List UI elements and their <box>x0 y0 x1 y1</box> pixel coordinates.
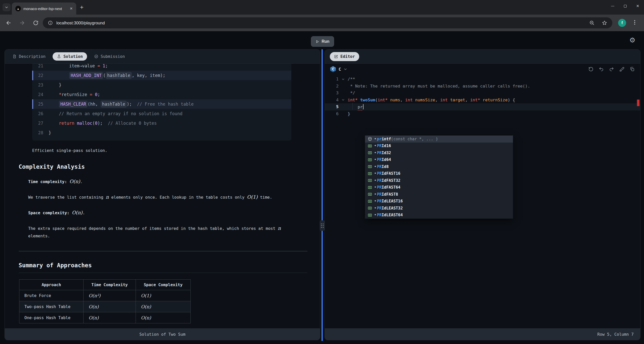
maximize-button[interactable] <box>619 0 631 12</box>
suggestion-item[interactable]: •printf(const char *, ... ) <box>365 136 513 143</box>
tab-label: Description <box>19 54 46 59</box>
code-line: 21 item→value = 1; <box>32 64 291 71</box>
zoom-icon[interactable] <box>589 20 595 26</box>
editor-line[interactable]: 5 pr <box>325 103 640 110</box>
run-button[interactable]: Run <box>311 36 334 47</box>
solution-footer: Solution of Two Sum <box>5 328 320 340</box>
suggestion-match: PR <box>377 171 382 176</box>
language-chevron-down-icon[interactable] <box>344 67 347 71</box>
constant-icon <box>368 206 372 210</box>
back-icon[interactable] <box>6 20 12 26</box>
code-line: 28} <box>32 128 291 138</box>
suggestion-match: PR <box>377 157 382 162</box>
tab-label: Submission <box>101 54 125 59</box>
constant-icon <box>368 150 372 155</box>
suggestion-item[interactable]: •PRIdFAST8 <box>365 191 513 198</box>
browser-menu-icon[interactable] <box>632 20 637 26</box>
reload-icon[interactable] <box>33 20 39 26</box>
tab-title: monaco-editor-lsp-next <box>23 7 67 11</box>
editor-line[interactable]: 3 */ <box>325 90 640 97</box>
suggestion-item[interactable]: •PRIdFAST64 <box>365 184 513 191</box>
copy-icon[interactable] <box>630 67 635 72</box>
suggestion-bullet: • <box>374 164 376 169</box>
suggestion-bullet: • <box>374 206 376 210</box>
solution-code-block[interactable]: 21 item→value = 1;22 HASH_ADD_INT(hashTa… <box>32 64 291 141</box>
suggestion-item[interactable]: •PRIdFAST32 <box>365 177 513 184</box>
suggestion-match: PR <box>377 151 382 155</box>
site-info-icon[interactable] <box>48 20 53 25</box>
url-bar[interactable]: localhost:3000/playground <box>43 17 612 28</box>
line-number: 27 <box>32 118 43 128</box>
tab-submission[interactable]: Submission <box>94 54 125 59</box>
code-text: HASH_CLEAR(hh, hashTable); // Free the h… <box>43 99 194 109</box>
panel-resizer[interactable] <box>321 49 323 341</box>
editor-line[interactable]: 2 * Note: The returned array must be mal… <box>325 83 640 90</box>
solution-panel-body[interactable]: 21 item→value = 1;22 HASH_ADD_INT(hashTa… <box>5 64 320 328</box>
settings-gear-icon[interactable]: ⚙ <box>629 37 635 44</box>
editor-line-number: 4 <box>325 98 339 102</box>
editor-footer: Row 5, Column 7 <box>325 328 640 340</box>
tab-close-icon[interactable]: ✕ <box>70 7 73 11</box>
profile-avatar[interactable]: f <box>618 19 626 27</box>
flask-icon <box>57 54 61 59</box>
resizer-grip-handle[interactable] <box>320 220 325 231</box>
bookmark-star-icon[interactable] <box>602 20 607 26</box>
language-label: C <box>339 67 341 72</box>
tab-solution[interactable]: Solution <box>53 52 87 61</box>
line-number: 25 <box>32 99 43 109</box>
suggestion-item[interactable]: •PRIdLEAST16 <box>365 198 513 205</box>
tab-editor[interactable]: Editor <box>330 52 359 61</box>
suggestion-item[interactable]: •PRId64 <box>365 156 513 163</box>
editor-panel: Editor C C 1/**2 * Note: The returned ar… <box>325 49 640 340</box>
suggestion-rest: Id8 <box>382 164 389 169</box>
redo-icon[interactable] <box>609 67 614 72</box>
editor-line[interactable]: 6} <box>325 110 640 117</box>
editor-line[interactable]: 1/** <box>325 76 640 83</box>
suggestion-rest: IdFAST32 <box>382 178 400 183</box>
c-language-icon: C <box>330 66 336 72</box>
play-icon <box>315 40 319 44</box>
chevron-down-icon <box>5 6 8 9</box>
autocomplete-dropdown: •printf(const char *, ... )•PRId16•PRId3… <box>365 135 513 219</box>
url-text[interactable]: localhost:3000/playground <box>56 21 105 25</box>
suggestion-item[interactable]: •PRIdFAST16 <box>365 170 513 177</box>
browser-tab[interactable]: ▲ monaco-editor-lsp-next ✕ <box>12 3 76 15</box>
cursor-position-label: Row 5, Column 7 <box>597 332 634 337</box>
suggestion-item[interactable]: •PRId8 <box>365 163 513 170</box>
approach-cell: One-pass Hash Table <box>19 312 84 323</box>
undo-icon[interactable] <box>599 67 604 72</box>
suggestion-rest: IdLEAST64 <box>382 213 403 217</box>
suggestion-item[interactable]: •PRId16 <box>365 143 513 150</box>
monaco-editor[interactable]: 1/**2 * Note: The returned array must be… <box>325 75 640 328</box>
constant-icon <box>368 199 372 204</box>
indent-guide <box>352 103 353 110</box>
code-text: } <box>43 80 61 90</box>
code-line: 22 HASH_ADD_INT(hashTable, key, item); <box>32 71 291 80</box>
editor-line[interactable]: 4int* twoSum(int* nums, int numsSize, in… <box>325 97 640 104</box>
suggestion-match: PR <box>377 185 382 190</box>
line-number: 26 <box>32 109 43 118</box>
suggestion-item[interactable]: •PRId32 <box>365 149 513 156</box>
complexity-cell: O(n) <box>136 301 191 312</box>
solution-panel: DescriptionSolutionSubmission 21 item→va… <box>5 49 320 340</box>
window-close-button[interactable]: ✕ <box>631 0 644 12</box>
tab-search-button[interactable] <box>3 3 11 11</box>
reset-icon[interactable] <box>588 67 593 72</box>
code-text: } <box>43 128 51 138</box>
paragraph: Time complexity: O(n). <box>28 178 302 186</box>
suggestion-rest: IdFAST8 <box>382 192 398 197</box>
playground-app: Run ⚙ DescriptionSolutionSubmission 21 i… <box>0 31 644 344</box>
format-brush-icon[interactable] <box>619 67 624 72</box>
minimize-button[interactable] <box>606 0 619 12</box>
editor-lines: 1/**2 * Note: The returned array must be… <box>325 76 640 117</box>
new-tab-button[interactable]: + <box>80 4 84 11</box>
browser-toolbar: localhost:3000/playground f <box>0 15 644 31</box>
suggestion-item[interactable]: •PRIdLEAST32 <box>365 205 513 212</box>
paragraph: The extra space required depends on the … <box>28 224 302 240</box>
suggestion-item[interactable]: •PRIdLEAST64 <box>365 212 513 219</box>
suggestion-match: PR <box>377 206 382 210</box>
solution-footer-title: Solution of Two Sum <box>139 332 185 337</box>
suggestion-bullet: • <box>374 157 376 162</box>
tab-description[interactable]: Description <box>12 54 46 59</box>
forward-icon[interactable] <box>19 20 25 26</box>
